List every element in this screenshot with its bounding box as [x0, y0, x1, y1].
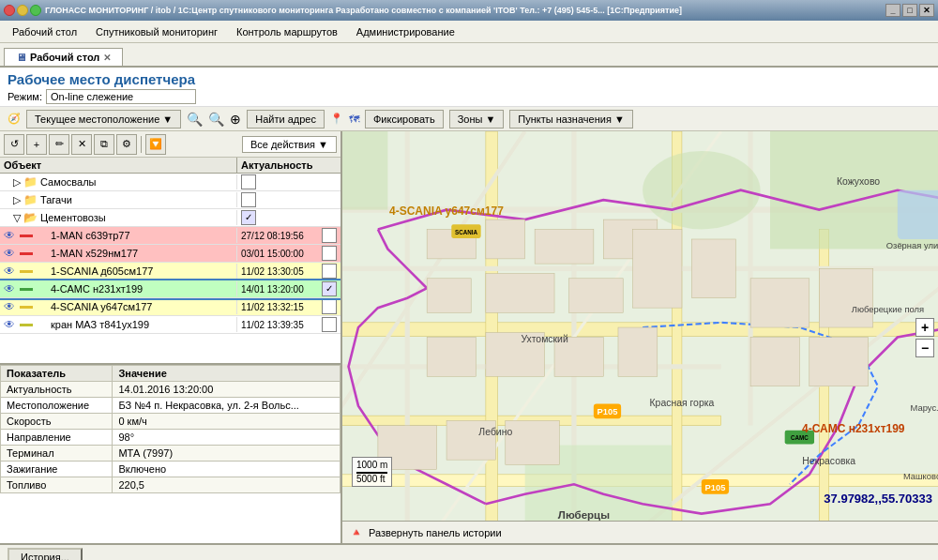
expand-icon[interactable]: ▷	[13, 194, 21, 206]
info-col-indicator: Показатель	[1, 366, 113, 382]
vehicle-color-dash	[20, 252, 33, 255]
filter-button[interactable]: 🔽	[145, 134, 166, 155]
vehicle-name: 1-SCANIA д605см177	[51, 265, 153, 277]
menu-item-admin[interactable]: Администрирование	[348, 23, 463, 40]
vehicle-color-dash	[20, 270, 33, 273]
zoom-fit-icon[interactable]: ⊕	[230, 112, 241, 127]
info-row: Актуальность14.01.2016 13:20:00	[1, 382, 340, 398]
vehicle-name-cell: 👁 кран МАЗ т841ух199	[0, 317, 237, 332]
group-checkbox[interactable]	[241, 192, 256, 207]
svg-text:Люберецкие поля: Люберецкие поля	[852, 304, 924, 314]
location-button[interactable]: Текущее местоположение ▼	[26, 110, 181, 129]
regime-input[interactable]	[46, 89, 196, 104]
eye-icon[interactable]: 👁	[4, 265, 15, 278]
menu-item-desktop[interactable]: Рабочий стол	[4, 23, 85, 40]
expand-icon[interactable]: ▷	[13, 176, 21, 189]
destinations-button[interactable]: Пункты назначения ▼	[509, 110, 632, 129]
info-panel: Показатель Значение Актуальность14.01.20…	[0, 365, 340, 543]
group-name: Тагачи	[40, 194, 72, 205]
vehicle-checkbox[interactable]	[322, 299, 337, 314]
zones-button[interactable]: Зоны ▼	[449, 110, 505, 129]
map-history-bar[interactable]: 🔺 Развернуть панель истории	[342, 521, 938, 543]
fix-button[interactable]: Фиксировать	[365, 110, 444, 129]
vehicle-color-dash	[20, 235, 33, 237]
copy-button[interactable]: ⧉	[94, 134, 114, 155]
group-act-cell: ✓	[237, 209, 340, 226]
maximize-dot[interactable]	[30, 5, 41, 16]
eye-icon[interactable]: 👁	[4, 318, 15, 331]
menu-item-satellite[interactable]: Спутниковый мониторинг	[87, 23, 226, 40]
history-button[interactable]: История...	[8, 548, 83, 560]
info-indicator-cell: Зажигание	[1, 462, 113, 477]
tab-desktop[interactable]: 🖥 Рабочий стол ✕	[4, 48, 123, 66]
refresh-button[interactable]: ↺	[4, 134, 24, 155]
list-item[interactable]: 👁 4-SCANIA у647см177 11/02 13:32:15	[0, 298, 340, 316]
list-item[interactable]: 👁 1-MAN х529нм177 03/01 15:00:00	[0, 245, 340, 263]
edit-button[interactable]: ✏	[49, 134, 69, 155]
regime-bar: Режим:	[8, 89, 930, 104]
col-actuality-header: Актуальность	[237, 158, 340, 173]
group-checkbox-checked[interactable]: ✓	[241, 210, 256, 225]
bottom-bar: История...	[0, 543, 938, 560]
svg-rect-23	[535, 230, 594, 265]
eye-icon[interactable]: 👁	[4, 229, 15, 242]
delete-button[interactable]: ✕	[71, 134, 92, 155]
vehicle-checkbox[interactable]	[322, 228, 337, 243]
actuality-value: 27/12 08:19:56	[241, 231, 304, 241]
expand-icon[interactable]: ▽	[13, 212, 21, 224]
list-item[interactable]: 👁 4-САМС н231хт199 14/01 13:20:00 ✓	[0, 280, 340, 298]
vehicle-checkbox-checked[interactable]: ✓	[322, 281, 337, 296]
find-address-button[interactable]: Найти адрес	[247, 110, 325, 129]
vehicle-name: 1-MAN х529нм177	[51, 248, 138, 259]
group-checkbox[interactable]	[241, 174, 256, 189]
minimize-dot[interactable]	[17, 5, 28, 16]
list-item[interactable]: 👁 кран МАЗ т841ух199 11/02 13:39:35	[0, 316, 340, 334]
actuality-value: 03/01 15:00:00	[241, 249, 304, 259]
list-item[interactable]: 👁 1-SCANIA д605см177 11/02 13:30:05	[0, 263, 340, 280]
svg-text:Красная горка: Красная горка	[650, 398, 715, 408]
eye-icon[interactable]: 👁	[4, 247, 15, 260]
minimize-button[interactable]: _	[885, 4, 900, 17]
tab-bar: 🖥 Рабочий стол ✕	[0, 43, 938, 68]
zoom-in-icon[interactable]: 🔍	[187, 112, 203, 127]
vehicle-name-cell: 👁 1-MAN с639тр77	[0, 228, 237, 243]
zoom-out-icon[interactable]: 🔍	[208, 112, 224, 127]
vehicle-checkbox[interactable]	[322, 246, 337, 261]
restore-button[interactable]: □	[902, 4, 917, 17]
info-table: Показатель Значение Актуальность14.01.20…	[0, 365, 340, 493]
svg-text:Некрасовка: Некрасовка	[802, 456, 855, 466]
zoom-in-button[interactable]: +	[915, 318, 934, 337]
tab-close-button[interactable]: ✕	[103, 53, 111, 63]
svg-text:Люберцы: Люберцы	[558, 509, 610, 521]
svg-rect-37	[809, 338, 869, 386]
svg-text:Ухтомский: Ухтомский	[521, 334, 568, 344]
scale-m-unit: m	[380, 460, 387, 470]
vehicle-checkbox[interactable]	[322, 317, 337, 332]
menu-item-routes[interactable]: Контроль маршрутов	[228, 23, 346, 40]
all-actions-button[interactable]: Все действия ▼	[242, 136, 337, 153]
vehicle-list-header: Объект Актуальность	[0, 158, 340, 174]
svg-rect-40	[506, 420, 559, 464]
vehicle-checkbox[interactable]	[322, 264, 337, 279]
left-panel: ↺ + ✏ ✕ ⧉ ⚙ 🔽 Все действия ▼ Объект Акту…	[0, 131, 342, 543]
info-value-cell: 98°	[113, 430, 340, 446]
zoom-out-button[interactable]: −	[915, 339, 934, 357]
add-button[interactable]: +	[26, 134, 47, 155]
title-bar: ГЛОНАСС МОНИТОРИНГ / itob / 1С:Центр спу…	[0, 0, 938, 21]
window-controls[interactable]	[4, 5, 41, 16]
info-row: Скорость0 км/ч	[1, 414, 340, 430]
info-row: ЗажиганиеВключено	[1, 462, 340, 477]
svg-rect-27	[569, 279, 623, 313]
list-item[interactable]: 👁 1-MAN с639тр77 27/12 08:19:56	[0, 227, 340, 245]
window-buttons[interactable]: _ □ ✕	[885, 4, 934, 17]
settings-button[interactable]: ⚙	[116, 134, 137, 155]
close-button[interactable]: ✕	[919, 4, 934, 17]
info-indicator-cell: Направление	[1, 430, 113, 446]
actuality-value: 11/02 13:32:15	[241, 302, 304, 312]
eye-icon[interactable]: 👁	[4, 282, 15, 295]
close-dot[interactable]	[4, 5, 15, 16]
eye-icon[interactable]: 👁	[4, 300, 15, 313]
vehicle-name: 4-САМС н231хт199	[51, 283, 143, 295]
map-scale: 1000 m 5000 ft	[352, 457, 392, 487]
map-panel[interactable]: P105 P105 Кожухово Люберецкие поля Ухтом…	[342, 131, 938, 543]
